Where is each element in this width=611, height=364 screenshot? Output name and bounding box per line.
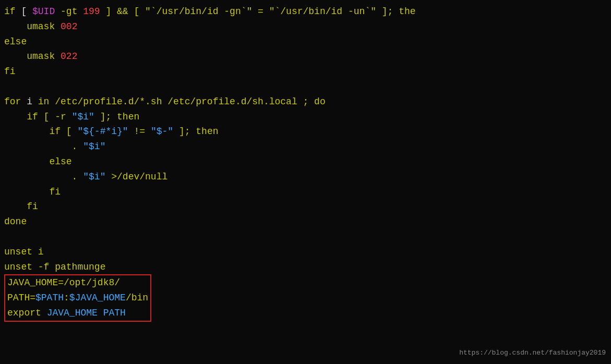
export-kw: export: [7, 308, 47, 318]
if-r: if [ -r: [4, 112, 72, 122]
kw-if: if: [4, 6, 16, 17]
code-line-1: if [ $UID -gt 199 ] && [ "`/usr/bin/id -…: [4, 4, 607, 19]
var-path: $PATH: [35, 293, 64, 303]
code-line-17: unset i: [4, 245, 607, 260]
path-assign: PATH=: [7, 293, 35, 303]
dot1: .: [4, 141, 83, 152]
op-gt: -gt: [55, 6, 83, 17]
code-line-19: JAVA_HOME=/opt/jdk8/: [7, 275, 148, 290]
code-line-6: [4, 79, 607, 94]
code-line-18: unset -f pathmunge: [4, 260, 607, 275]
code-line-7: for i in /etc/profile.d/*.sh /etc/profil…: [4, 94, 607, 110]
ne-op: !=: [128, 126, 151, 137]
unset-i: unset i: [4, 247, 44, 257]
code-line-21: export JAVA_HOME PATH: [7, 306, 148, 321]
code-line-13: fi: [4, 185, 607, 200]
str-hash: "${-#*i}": [77, 126, 128, 137]
code-line-10: . "$i": [4, 139, 607, 154]
unset-f: unset -f pathmunge: [4, 262, 105, 272]
str-dash: "$-": [151, 126, 173, 137]
code-line-3: else: [4, 34, 607, 50]
if2: if [: [4, 126, 77, 137]
code-line-11: else: [4, 154, 607, 169]
code-line-5: fi: [4, 64, 607, 79]
code-line-8: if [ -r "$i" ]; then: [4, 110, 607, 125]
java-home-assign: JAVA_HOME=/opt/jdk8/: [7, 277, 120, 288]
dot2: .: [4, 172, 83, 182]
bracket: [: [16, 6, 32, 17]
kw-done: done: [4, 216, 27, 227]
kw-else: else: [4, 37, 27, 47]
str-i2: "$i": [83, 141, 105, 152]
str-i1: "$i": [72, 112, 94, 122]
code-line-2: umask 002: [4, 19, 607, 34]
umask1: umask: [4, 21, 61, 32]
code-line-16: [4, 229, 607, 245]
kw-in: in: [38, 96, 50, 107]
then1: ]; then: [94, 112, 139, 122]
devnull: >/dev/null: [105, 172, 167, 182]
var-i-in: i: [21, 96, 38, 107]
highlight-box: JAVA_HOME=/opt/jdk8/ PATH=$PATH:$JAVA_HO…: [4, 274, 151, 321]
colon-sep: :: [64, 293, 69, 303]
num-002: 002: [61, 21, 77, 32]
str-i3: "$i": [83, 172, 105, 182]
code-line-14: fi: [4, 199, 607, 214]
var-uid: $UID: [32, 6, 55, 17]
var-java-home: $JAVA_HOME: [69, 293, 126, 303]
bin-path: /bin: [126, 293, 148, 303]
rest-line1: ] && [ "`/usr/bin/id -gn`" = "`/usr/bin/…: [100, 6, 416, 17]
fi3: fi: [4, 201, 38, 212]
code-line-20: PATH=$PATH:$JAVA_HOME/bin: [7, 290, 148, 306]
fi2: fi: [4, 187, 61, 197]
then2: ]; then: [173, 126, 218, 137]
code-line-4: umask 022: [4, 49, 607, 64]
umask2: umask: [4, 51, 61, 62]
code-line-15: done: [4, 214, 607, 229]
watermark: https://blog.csdn.net/fashionjay2019: [459, 348, 606, 359]
for-path: /etc/profile.d/*.sh /etc/profile.d/sh.lo…: [49, 96, 325, 107]
num-199: 199: [83, 6, 100, 17]
code-line-9: if [ "${-#*i}" != "$-" ]; then: [4, 124, 607, 139]
kw-for: for: [4, 96, 21, 107]
code-block: if [ $UID -gt 199 ] && [ "`/usr/bin/id -…: [0, 0, 611, 324]
code-line-12: . "$i" >/dev/null: [4, 169, 607, 185]
num-022: 022: [61, 51, 77, 62]
export-vars: JAVA_HOME PATH: [47, 308, 126, 318]
kw-else2: else: [4, 156, 72, 167]
kw-fi1: fi: [4, 66, 16, 77]
